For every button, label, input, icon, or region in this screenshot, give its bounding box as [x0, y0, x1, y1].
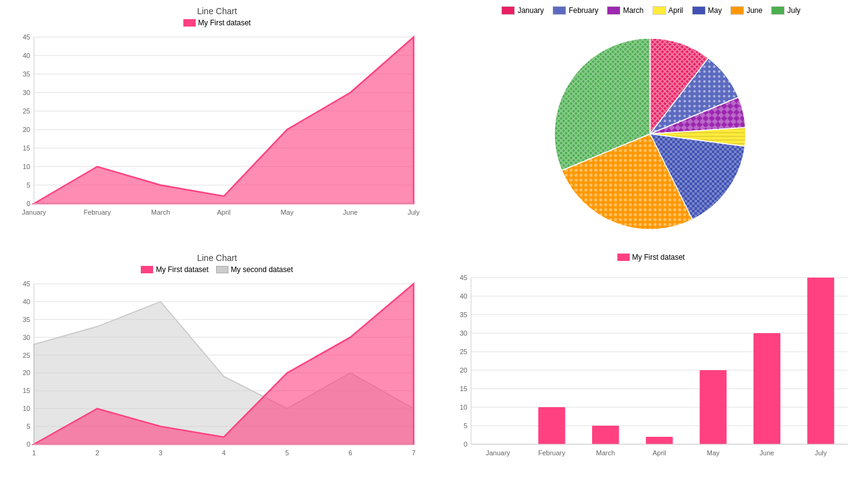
legend-swatch-1: [183, 19, 196, 27]
svg-text:20: 20: [23, 126, 30, 133]
line-chart-1-svg: 051015202530354045JanuaryFebruaryMarchAp…: [6, 31, 426, 228]
pie-legend-may: May: [692, 6, 722, 15]
svg-text:45: 45: [460, 274, 467, 281]
bar-legend-label: My First dataset: [632, 253, 685, 262]
pie-legend-jan: January: [501, 6, 544, 15]
pie-chart-svg: [440, 20, 860, 230]
bar-chart-legend: My First dataset: [440, 253, 862, 262]
svg-text:20: 20: [23, 369, 30, 376]
svg-text:0: 0: [464, 440, 467, 448]
svg-text:30: 30: [23, 334, 30, 341]
svg-text:35: 35: [23, 316, 30, 323]
svg-text:June: June: [759, 449, 774, 457]
svg-text:June: June: [343, 209, 358, 216]
svg-rect-90: [538, 407, 565, 444]
svg-rect-92: [592, 426, 619, 444]
svg-rect-94: [646, 437, 673, 444]
pie-label-mar: March: [623, 6, 643, 15]
svg-text:July: July: [815, 449, 827, 457]
bar-legend-swatch: [617, 254, 630, 261]
pie-legend-apr: April: [653, 6, 683, 15]
pie-legend-jul: July: [771, 6, 800, 15]
pie-label-jul: July: [787, 6, 800, 15]
svg-text:5: 5: [27, 181, 30, 189]
svg-text:30: 30: [460, 329, 467, 337]
svg-text:7: 7: [412, 449, 415, 457]
pie-label-jan: January: [517, 6, 544, 15]
line-chart-1-panel: Line Chart My First dataset 051015202530…: [0, 0, 434, 247]
bar-legend-item: My First dataset: [617, 253, 685, 262]
svg-text:February: February: [538, 449, 566, 457]
pie-swatch-apr: [653, 6, 666, 15]
svg-text:10: 10: [460, 403, 467, 411]
line-chart-2-legend: My First dataset My second dataset: [6, 265, 428, 274]
legend-swatch-2a: [141, 266, 153, 273]
pie-legend-jun: June: [730, 6, 762, 15]
bar-chart-svg: 051015202530354045JanuaryFebruaryMarchAp…: [440, 265, 860, 475]
legend-label-2a: My First dataset: [156, 265, 208, 274]
svg-text:35: 35: [460, 311, 467, 318]
legend-swatch-2b: [216, 266, 228, 273]
pie-chart-panel: January February March April May June: [434, 0, 868, 247]
svg-text:2: 2: [95, 449, 99, 457]
pie-swatch-feb: [553, 6, 566, 15]
svg-rect-100: [807, 278, 835, 444]
legend-label-2b: My second dataset: [231, 265, 293, 274]
pie-label-jun: June: [746, 6, 762, 15]
svg-text:15: 15: [460, 385, 467, 392]
pie-label-may: May: [708, 6, 722, 15]
svg-text:July: July: [407, 209, 420, 216]
svg-text:4: 4: [222, 449, 225, 457]
line-chart-1-legend: My First dataset: [6, 19, 428, 27]
svg-rect-96: [699, 370, 727, 444]
svg-text:45: 45: [23, 280, 30, 287]
svg-text:20: 20: [460, 366, 467, 374]
legend-item-2a: My First dataset: [141, 265, 208, 274]
svg-text:5: 5: [285, 449, 289, 457]
pie-swatch-jan: [501, 6, 515, 15]
pie-label-feb: February: [569, 6, 598, 15]
svg-text:0: 0: [27, 200, 30, 207]
svg-text:40: 40: [23, 52, 30, 59]
legend-label-1: My First dataset: [198, 19, 251, 27]
pie-swatch-mar: [607, 6, 620, 15]
svg-text:40: 40: [23, 298, 30, 305]
legend-item-2b: My second dataset: [216, 265, 293, 274]
svg-text:March: March: [596, 449, 616, 457]
pie-legend-feb: February: [553, 6, 598, 15]
svg-text:1: 1: [32, 449, 36, 457]
pie-swatch-jun: [730, 6, 744, 15]
pie-label-apr: April: [669, 6, 683, 15]
pie-legend-mar: March: [607, 6, 643, 15]
svg-text:15: 15: [23, 144, 30, 152]
svg-text:10: 10: [23, 163, 30, 170]
svg-text:0: 0: [27, 440, 30, 448]
line-chart-2-svg: 0510152025303540451234567: [6, 278, 426, 469]
legend-item-1: My First dataset: [183, 19, 251, 27]
svg-text:40: 40: [460, 292, 467, 300]
pie-swatch-may: [692, 6, 706, 15]
svg-text:5: 5: [27, 423, 30, 430]
line-chart-2-title: Line Chart: [6, 253, 428, 263]
svg-text:February: February: [83, 209, 111, 216]
svg-text:April: April: [217, 209, 230, 216]
svg-text:35: 35: [23, 70, 30, 78]
svg-rect-98: [754, 333, 781, 444]
svg-text:10: 10: [23, 405, 30, 412]
main-container: Line Chart My First dataset 051015202530…: [0, 0, 868, 488]
svg-text:January: January: [486, 449, 511, 457]
svg-text:15: 15: [23, 387, 30, 394]
svg-text:April: April: [653, 449, 666, 457]
pie-legend: January February March April May June: [440, 6, 862, 15]
pie-swatch-jul: [771, 6, 785, 15]
line-chart-1-title: Line Chart: [6, 6, 428, 16]
svg-text:5: 5: [464, 422, 467, 429]
svg-text:6: 6: [348, 449, 352, 457]
svg-text:May: May: [707, 449, 720, 457]
svg-text:January: January: [22, 209, 46, 216]
svg-text:March: March: [151, 209, 170, 216]
svg-text:25: 25: [23, 352, 30, 359]
svg-text:25: 25: [23, 107, 30, 115]
svg-text:25: 25: [460, 348, 467, 355]
svg-text:3: 3: [159, 449, 162, 457]
